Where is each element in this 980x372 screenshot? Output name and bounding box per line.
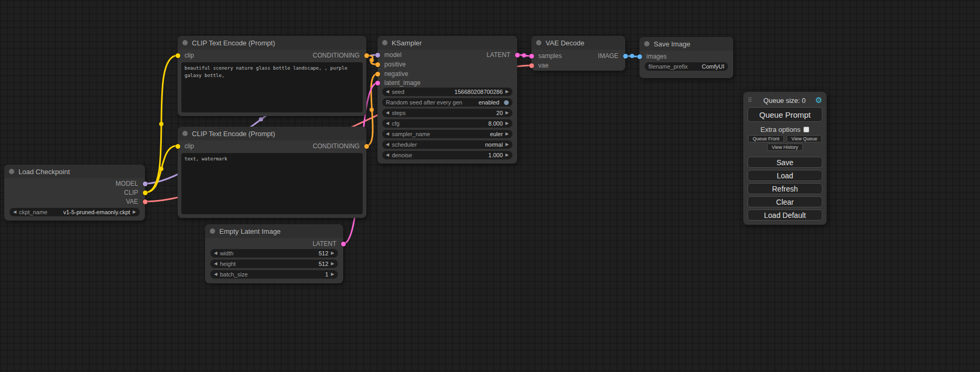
output-dot-model[interactable] — [143, 182, 148, 186]
settings-gear-icon[interactable]: ⚙ — [816, 96, 822, 105]
node-title-bar[interactable]: CLIP Text Encode (Prompt) — [178, 36, 366, 50]
prev-arrow-icon[interactable]: ◀ — [386, 109, 389, 117]
widget-label: Random seed after every gen — [386, 99, 462, 106]
collapse-toggle-icon[interactable] — [536, 40, 541, 45]
view-history-button[interactable]: View History — [767, 144, 803, 151]
output-dot-conditioning[interactable] — [364, 53, 369, 58]
next-arrow-icon[interactable]: ▶ — [331, 260, 334, 268]
input-dot-images[interactable] — [637, 54, 642, 59]
prev-arrow-icon[interactable]: ◀ — [13, 208, 16, 216]
node-title-bar[interactable]: VAE Decode — [531, 36, 625, 50]
next-arrow-icon[interactable]: ▶ — [506, 151, 509, 159]
input-dot-samples[interactable] — [529, 54, 534, 59]
node-title-bar[interactable]: Save Image — [639, 37, 733, 51]
collapse-toggle-icon[interactable] — [210, 228, 215, 234]
input-dot-negative[interactable] — [375, 72, 380, 77]
collapse-toggle-icon[interactable] — [382, 40, 387, 45]
input-dot-vae[interactable] — [529, 63, 534, 68]
link-midpoint-dot — [370, 58, 374, 62]
sampler-name-widget[interactable]: ◀ sampler_name euler ▶ — [382, 130, 512, 138]
widget-label: height — [220, 261, 236, 267]
input-dot-clip[interactable] — [176, 53, 180, 58]
random-seed-toggle-widget[interactable]: Random seed after every gen enabled — [382, 98, 512, 107]
queue-prompt-button[interactable]: Queue Prompt — [748, 107, 822, 122]
height-widget[interactable]: ◀ height 512 ▶ — [210, 260, 338, 268]
scheduler-widget[interactable]: ◀ scheduler normal ▶ — [382, 140, 512, 149]
node-save-image[interactable]: Save Image images filename_prefix ComfyU… — [639, 37, 733, 78]
prev-arrow-icon[interactable]: ◀ — [214, 260, 217, 268]
extra-options-row: Extra options — [748, 125, 822, 133]
node-title-bar[interactable]: CLIP Text Encode (Prompt) — [178, 127, 366, 140]
output-dot-image[interactable] — [623, 54, 628, 59]
prev-arrow-icon[interactable]: ◀ — [386, 88, 389, 96]
next-arrow-icon[interactable]: ▶ — [506, 130, 509, 138]
prompt-textarea[interactable]: beautiful scenery nature glass bottle la… — [181, 62, 363, 112]
node-title-bar[interactable]: KSampler — [377, 36, 517, 50]
save-button[interactable]: Save — [748, 157, 822, 168]
next-arrow-icon[interactable]: ▶ — [133, 208, 136, 216]
input-dot-clip[interactable] — [176, 144, 180, 149]
input-label-negative: negative — [384, 70, 408, 78]
prev-arrow-icon[interactable]: ◀ — [386, 130, 389, 138]
input-dot-latent-image[interactable] — [375, 81, 380, 85]
input-label-latent-image: latent_image — [384, 79, 421, 87]
output-dot-latent[interactable] — [341, 242, 346, 246]
node-vae-decode[interactable]: VAE Decode samples vae IMAGE — [531, 36, 625, 71]
node-clip-text-encode-negative[interactable]: CLIP Text Encode (Prompt) clip CONDITION… — [178, 127, 366, 218]
batch-size-widget[interactable]: ◀ batch_size 1 ▶ — [210, 270, 338, 279]
collapse-toggle-icon[interactable] — [182, 40, 188, 45]
widget-value: enabled — [479, 99, 499, 106]
next-arrow-icon[interactable]: ▶ — [506, 119, 509, 128]
node-load-checkpoint[interactable]: Load Checkpoint MODEL CLIP VAE ◀ ckpt_na… — [4, 165, 145, 221]
width-widget[interactable]: ◀ width 512 ▶ — [210, 249, 338, 257]
output-dot-clip[interactable] — [143, 190, 148, 195]
collapse-toggle-icon[interactable] — [182, 131, 188, 136]
node-title-bar[interactable]: Empty Latent Image — [205, 224, 343, 238]
next-arrow-icon[interactable]: ▶ — [506, 140, 509, 149]
next-arrow-icon[interactable]: ▶ — [331, 249, 334, 257]
collapse-toggle-icon[interactable] — [9, 169, 14, 174]
prev-arrow-icon[interactable]: ◀ — [214, 249, 217, 257]
cfg-widget[interactable]: ◀ cfg 8.000 ▶ — [382, 119, 512, 128]
prev-arrow-icon[interactable]: ◀ — [214, 270, 217, 279]
next-arrow-icon[interactable]: ▶ — [506, 88, 509, 96]
input-dot-positive[interactable] — [375, 62, 380, 67]
queue-front-button[interactable]: Queue Front — [748, 135, 784, 142]
node-ksampler[interactable]: KSampler model positive negative latent_… — [377, 36, 517, 164]
seed-widget[interactable]: ◀ seed 156680208700286 ▶ — [382, 88, 512, 96]
load-default-button[interactable]: Load Default — [748, 209, 822, 221]
widget-label: scheduler — [392, 141, 417, 148]
prev-arrow-icon[interactable]: ◀ — [386, 119, 389, 128]
toggle-indicator-icon[interactable] — [504, 100, 509, 105]
ckpt-name-widget[interactable]: ◀ ckpt_name v1-5-pruned-emaonly.ckpt ▶ — [9, 208, 140, 216]
input-label-vae: vae — [538, 62, 548, 69]
view-queue-button[interactable]: View Queue — [787, 135, 822, 142]
input-label-positive: positive — [384, 61, 406, 68]
denoise-widget[interactable]: ◀ denoise 1.000 ▶ — [382, 151, 512, 159]
next-arrow-icon[interactable]: ▶ — [506, 109, 509, 117]
node-title: VAE Decode — [546, 39, 584, 47]
node-title-bar[interactable]: Load Checkpoint — [4, 165, 145, 178]
collapse-toggle-icon[interactable] — [644, 41, 649, 46]
output-dot-vae[interactable] — [143, 199, 148, 204]
output-dot-conditioning[interactable] — [364, 144, 369, 149]
refresh-button[interactable]: Refresh — [748, 183, 822, 194]
output-dot-latent[interactable] — [515, 53, 520, 58]
extra-options-checkbox[interactable] — [803, 127, 809, 132]
queue-menu-panel[interactable]: ⠿ Queue size: 0 ⚙ Queue Prompt Extra opt… — [743, 92, 827, 225]
input-dot-model[interactable] — [375, 53, 380, 58]
node-title: CLIP Text Encode (Prompt) — [192, 39, 275, 47]
prev-arrow-icon[interactable]: ◀ — [386, 151, 389, 159]
steps-widget[interactable]: ◀ steps 20 ▶ — [382, 109, 512, 117]
output-label-latent: LATENT — [487, 51, 510, 59]
prev-arrow-icon[interactable]: ◀ — [386, 140, 389, 149]
filename-prefix-widget[interactable]: filename_prefix ComfyUI — [645, 62, 728, 71]
clear-button[interactable]: Clear — [748, 196, 822, 207]
next-arrow-icon[interactable]: ▶ — [331, 270, 334, 279]
node-clip-text-encode-positive[interactable]: CLIP Text Encode (Prompt) clip CONDITION… — [178, 36, 366, 116]
node-graph-canvas[interactable]: { "colors": { "model": "#b39ddb", "clip"… — [0, 0, 980, 372]
drag-handle-icon[interactable]: ⠿ — [748, 97, 752, 104]
prompt-textarea[interactable]: text, watermark — [181, 153, 363, 214]
node-empty-latent-image[interactable]: Empty Latent Image LATENT ◀ width 512 ▶ … — [205, 224, 343, 283]
load-button[interactable]: Load — [748, 170, 822, 181]
